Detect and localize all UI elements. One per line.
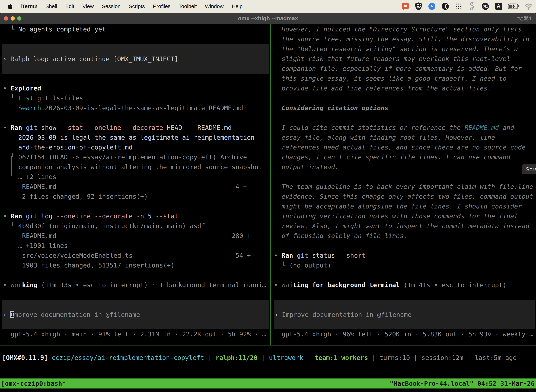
terminal-line: and-the-erosion-of-copyleft.md (3, 142, 270, 152)
window-shortcut-badge: ⌥⌘1 (517, 15, 532, 22)
text-segment (274, 124, 282, 131)
terminal-line: review. Also, I might want to inspect th… (274, 221, 536, 231)
text-segment: git (26, 124, 41, 131)
terminal-line: … +2 lines (3, 172, 270, 182)
menu-item-view[interactable]: View (82, 3, 94, 9)
a-key-icon[interactable]: A (494, 2, 503, 10)
terminal-pane-left: └ No agents completed yet› Ralph loop ac… (0, 24, 270, 345)
blank-line (3, 113, 270, 123)
text-segment (274, 163, 282, 171)
text-segment: of focusing solely on file lines. (282, 232, 407, 239)
tree-connector-line (11, 156, 12, 176)
text-segment: README.md | 4 + (3, 183, 247, 190)
text-segment: Considering citation options (282, 104, 388, 112)
blank-line (3, 290, 270, 300)
chat-app-icon[interactable] (401, 2, 409, 10)
text-segment: last:5m ago (475, 354, 517, 361)
blank-line (3, 74, 270, 84)
menu-item-profiles[interactable]: Profiles (153, 3, 170, 9)
tmux-host-clock: "MacBook-Pro-44.local" 04:52 31-Mar-26 (390, 380, 535, 387)
blue-badge-icon[interactable] (428, 2, 436, 10)
text-segment: README.md (464, 124, 499, 131)
menu-item-edit[interactable]: Edit (65, 3, 74, 9)
terminal-line: output instead. (274, 162, 536, 172)
shield-grid-icon[interactable] (414, 2, 423, 10)
text-segment (274, 26, 282, 33)
text-segment: However, I noticed the "Directory Struct… (282, 26, 522, 33)
terminal-line: However, I noticed the "Directory Struct… (274, 24, 536, 34)
text-segment (274, 104, 282, 112)
text-segment: changes, I can't cite specific file line… (282, 154, 510, 161)
menu-item-session[interactable]: Session (102, 3, 121, 9)
text-segment: • (3, 85, 10, 92)
text-segment: List (18, 94, 34, 102)
prompt-input[interactable]: › Improve documentation in @filename (2, 300, 269, 329)
inactive-pane-border (271, 345, 536, 345)
text-segment: 4b9d30f (origin/main, instructkr/main, m… (18, 222, 205, 229)
menu-item-scripts[interactable]: Scripts (129, 3, 145, 9)
text-segment: session:12m (421, 354, 463, 361)
text-segment (274, 154, 282, 161)
battery-icon[interactable] (508, 2, 519, 10)
menu-item-shell[interactable]: Shell (45, 3, 57, 9)
text-segment: companion analysis without altering the … (18, 163, 262, 171)
terminal-line: … +1901 lines (3, 241, 270, 251)
text-segment: Search (18, 104, 41, 112)
terminal-pane-right: However, I noticed the "Directory Struct… (271, 24, 536, 345)
session-status-line: gpt-5.4 xhigh · main · 91% left · 2.31M … (3, 329, 270, 339)
apple-icon[interactable] (7, 3, 13, 10)
gauge-icon[interactable]: ..61 (481, 2, 490, 10)
terminal-line: • Ran git log --oneline --decorate -n 5 … (3, 211, 270, 221)
terminal-line: 2026-03-09-is-legal-the-same-as-legitima… (3, 133, 270, 142)
terminal-window: omx --xhigh --madmax ⌥⌘1 └ No agents com… (0, 13, 536, 392)
terminal-line: • Working (11m 13s • esc to interrupt) ·… (3, 280, 270, 290)
menu-item-iterm2[interactable]: iTerm2 (20, 3, 37, 9)
terminal-line: might be acceptable alongside the file l… (274, 201, 536, 211)
tmux-session-name: [omx-cczip0:bash* (1, 380, 66, 387)
prompt-input[interactable]: › Improve documentation in @filename (274, 300, 535, 329)
pane-divider[interactable] (270, 24, 271, 345)
text-segment: git (297, 252, 312, 259)
window-title-bar: omx --xhigh --madmax ⌥⌘1 (0, 13, 536, 24)
a-key-label: A (494, 3, 502, 9)
terminal-line: 2 files changed, 92 insertions(+) (3, 191, 270, 201)
text-segment: 1903 files changed, 513517 insertions(+) (3, 262, 174, 269)
blank-line (274, 241, 536, 251)
text-segment: I could cite commit statistics or refere… (282, 124, 464, 131)
menu-item-help[interactable]: Help (232, 3, 243, 9)
terminal-line: this single essay, it seems like a good … (274, 74, 536, 84)
terminal-line: └ (no output) (274, 261, 536, 270)
menu-item-toolbelt[interactable]: Toolbelt (179, 3, 197, 9)
text-segment: | (258, 354, 269, 361)
squiggle-icon[interactable] (468, 2, 476, 10)
text-segment: [OMX#0.11.9] (2, 354, 52, 361)
text-segment: src/voice/voiceModeEnabled.ts | 54 + (3, 252, 251, 259)
text-segment: 2026-03-09-is-legal-the-same-as-legitima… (18, 134, 258, 141)
blank-line (3, 34, 270, 44)
terminal-line: provide file and line references from th… (274, 84, 536, 93)
text-segment: › (3, 55, 10, 62)
text-segment: └ (3, 154, 18, 161)
text-segment: -- (186, 124, 197, 131)
blank-line (274, 290, 536, 300)
dot-grid-icon[interactable] (455, 2, 463, 10)
text-segment: › (3, 311, 10, 318)
text-segment (3, 144, 18, 151)
text-segment: output instead. (282, 163, 339, 171)
terminal-line: Search 2026-03-09-is-legal-the-same-as-l… (3, 103, 270, 113)
text-segment (274, 232, 282, 239)
wifi-icon[interactable] (524, 2, 533, 10)
text-segment: README.md (197, 124, 232, 131)
text-segment: • (274, 281, 282, 289)
terminal-line: • Ran git show --stat --oneline --decora… (3, 123, 270, 133)
terminal-line: └ List git ls-files (3, 93, 270, 103)
text-segment (274, 134, 282, 141)
menu-item-window[interactable]: Window (205, 3, 224, 9)
text-segment: Wor (10, 281, 22, 289)
pacman-icon[interactable] (441, 2, 450, 10)
text-segment (274, 144, 282, 151)
text-segment: review. Also, I might want to inspect th… (282, 222, 529, 229)
text-segment: (1m 41s • esc to interrupt) (400, 281, 507, 289)
text-segment (3, 134, 18, 141)
terminal-line: changes, I can't cite specific file line… (274, 152, 536, 162)
